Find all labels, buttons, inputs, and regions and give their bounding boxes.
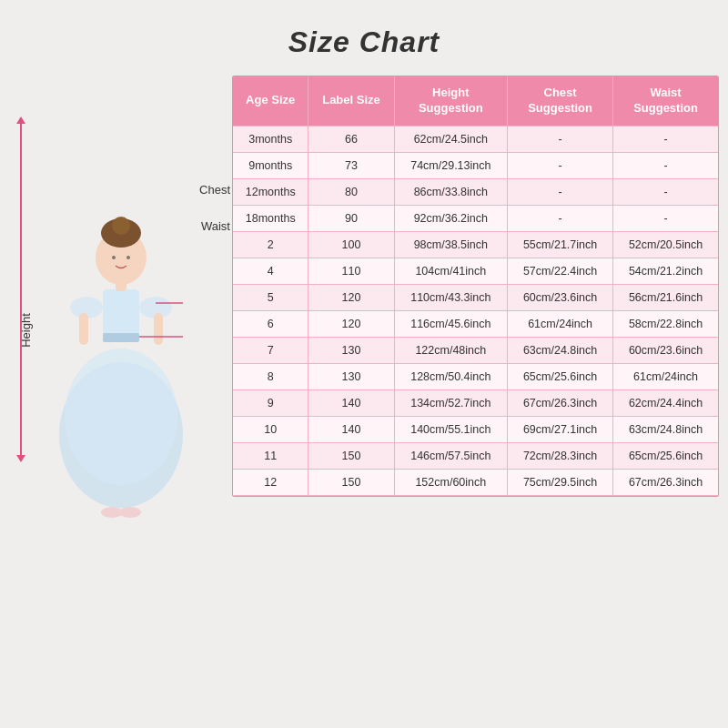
table-row: 12months8086cm/33.8inch-- [233, 178, 718, 205]
table-cell: 6 [233, 310, 308, 337]
table-cell: 104cm/41inch [394, 258, 508, 284]
table-cell: 9 [233, 389, 308, 416]
table-row: 6120116cm/45.6inch61cm/24inch58cm/22.8in… [233, 310, 718, 337]
table-row: 18months9092cm/36.2inch-- [233, 205, 718, 231]
table-cell: 3months [233, 126, 308, 152]
table-cell: 92cm/36.2inch [394, 205, 508, 231]
content-area: Height [9, 76, 719, 585]
svg-point-11 [112, 256, 116, 259]
table-cell: 4 [233, 258, 308, 284]
table-cell: - [508, 205, 613, 231]
table-row: 9months7374cm/29.13inch-- [233, 152, 718, 178]
table-cell: 12 [233, 469, 308, 495]
table-cell: 130 [308, 363, 394, 389]
table-cell: - [613, 152, 718, 178]
table-cell: - [508, 152, 613, 178]
col-age-size: Age Size [233, 76, 308, 126]
table-row: 4110104cm/41inch57cm/22.4inch54cm/21.2in… [233, 258, 718, 284]
table-cell: 73 [308, 152, 394, 178]
table-container: Age Size Label Size HeightSuggestion Che… [232, 76, 719, 497]
col-label-size: Label Size [308, 76, 394, 126]
svg-rect-6 [154, 313, 163, 345]
table-cell: 122cm/48inch [394, 337, 508, 363]
table-cell: - [613, 126, 718, 152]
arrow-bottom-icon [16, 455, 25, 462]
table-cell: 72cm/28.3inch [508, 442, 613, 469]
table-cell: 9months [233, 152, 308, 178]
svg-rect-2 [103, 289, 139, 339]
height-label: Height [19, 313, 33, 348]
table-cell: 140 [308, 416, 394, 442]
table-cell: - [508, 178, 613, 205]
table-cell: 116cm/45.6inch [394, 310, 508, 337]
table-cell: 150 [308, 469, 394, 495]
table-row: 3months6662cm/24.5inch-- [233, 126, 718, 152]
table-row: 12150152cm/60inch75cm/29.5inch67cm/26.3i… [233, 469, 718, 495]
size-chart-table: Age Size Label Size HeightSuggestion Che… [233, 76, 718, 496]
table-cell: 61cm/24inch [508, 310, 613, 337]
height-line [20, 124, 22, 455]
table-row: 10140140cm/55.1inch69cm/27.1inch63cm/24.… [233, 416, 718, 442]
table-cell: 65cm/25.6inch [613, 442, 718, 469]
table-cell: 60cm/23.6inch [613, 337, 718, 363]
table-section: Age Size Label Size HeightSuggestion Che… [232, 76, 719, 497]
waist-label: Waist [201, 219, 230, 233]
table-cell: 134cm/52.7inch [394, 389, 508, 416]
table-cell: 62cm/24.5inch [394, 126, 508, 152]
table-cell: 120 [308, 284, 394, 310]
table-cell: 67cm/26.3inch [613, 469, 718, 495]
table-cell: 11 [233, 442, 308, 469]
chest-label: Chest [199, 183, 230, 197]
table-cell: 61cm/24inch [613, 363, 718, 389]
height-arrow [16, 116, 25, 462]
table-cell: 152cm/60inch [394, 469, 508, 495]
table-cell: - [613, 178, 718, 205]
svg-point-1 [65, 349, 177, 485]
table-cell: 128cm/50.4inch [394, 363, 508, 389]
table-row: 5120110cm/43.3inch60cm/23.6inch56cm/21.6… [233, 284, 718, 310]
table-cell: 58cm/22.8inch [613, 310, 718, 337]
table-cell: 90 [308, 205, 394, 231]
table-cell: 69cm/27.1inch [508, 416, 613, 442]
table-cell: 66 [308, 126, 394, 152]
table-cell: 110 [308, 258, 394, 284]
table-cell: 60cm/23.6inch [508, 284, 613, 310]
col-chest: ChestSuggestion [508, 76, 613, 126]
table-cell: 63cm/24.8inch [613, 416, 718, 442]
table-cell: 110cm/43.3inch [394, 284, 508, 310]
table-cell: 140cm/55.1inch [394, 416, 508, 442]
table-row: 9140134cm/52.7inch67cm/26.3inch62cm/24.4… [233, 389, 718, 416]
table-cell: - [613, 205, 718, 231]
table-cell: 8 [233, 363, 308, 389]
table-row: 11150146cm/57.5inch72cm/28.3inch65cm/25.… [233, 442, 718, 469]
table-cell: 52cm/20.5inch [613, 231, 718, 258]
table-cell: 57cm/22.4inch [508, 258, 613, 284]
table-cell: 67cm/26.3inch [508, 389, 613, 416]
table-cell: 98cm/38.5inch [394, 231, 508, 258]
svg-point-15 [119, 507, 141, 518]
table-cell: 5 [233, 284, 308, 310]
svg-point-10 [112, 217, 130, 235]
table-cell: 65cm/25.6inch [508, 363, 613, 389]
table-cell: 18months [233, 205, 308, 231]
table-cell: - [508, 126, 613, 152]
svg-rect-13 [103, 333, 139, 342]
table-cell: 146cm/57.5inch [394, 442, 508, 469]
table-cell: 55cm/21.7inch [508, 231, 613, 258]
table-cell: 75cm/29.5inch [508, 469, 613, 495]
table-cell: 120 [308, 310, 394, 337]
table-cell: 56cm/21.6inch [613, 284, 718, 310]
table-cell: 140 [308, 389, 394, 416]
table-cell: 7 [233, 337, 308, 363]
girl-figure [48, 135, 194, 526]
svg-point-12 [126, 256, 130, 259]
svg-rect-5 [79, 313, 88, 345]
table-row: 7130122cm/48inch63cm/24.8inch60cm/23.6in… [233, 337, 718, 363]
table-cell: 74cm/29.13inch [394, 152, 508, 178]
table-cell: 62cm/24.4inch [613, 389, 718, 416]
table-row: 210098cm/38.5inch55cm/21.7inch52cm/20.5i… [233, 231, 718, 258]
table-cell: 150 [308, 442, 394, 469]
table-cell: 80 [308, 178, 394, 205]
col-height: HeightSuggestion [394, 76, 508, 126]
table-cell: 130 [308, 337, 394, 363]
